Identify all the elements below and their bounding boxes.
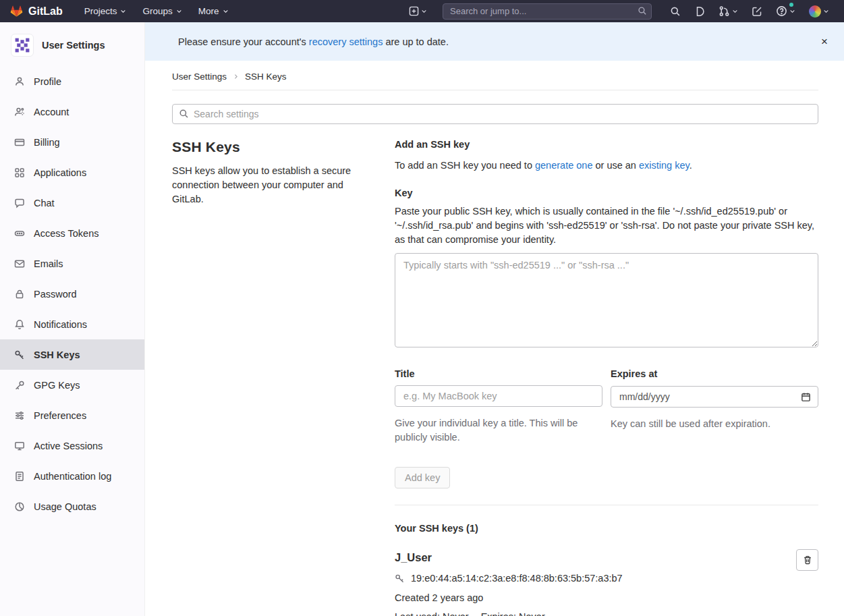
- add-ssh-key-heading: Add an SSH key: [395, 139, 818, 150]
- alert-close-button[interactable]: ×: [816, 32, 833, 51]
- tanuki-icon: [9, 4, 24, 18]
- delete-key-button[interactable]: [796, 549, 818, 571]
- chevron-down-icon: [732, 8, 738, 14]
- help-icon: [776, 5, 787, 17]
- key-last-used: Last used: Never: [395, 611, 469, 616]
- primary-nav: Projects Groups More: [78, 0, 235, 22]
- user-settings-avatar: [11, 34, 34, 57]
- key-created: Created 2 years ago: [395, 592, 778, 603]
- add-key-button[interactable]: Add key: [395, 467, 450, 488]
- user-avatar: [809, 5, 821, 18]
- monitor-icon: [14, 441, 25, 451]
- settings-sidebar: User Settings Profile Account Billing Ap…: [0, 22, 145, 616]
- sidebar-item-profile[interactable]: Profile: [0, 66, 144, 96]
- nav-projects[interactable]: Projects: [78, 0, 134, 22]
- new-menu-button[interactable]: [404, 0, 432, 22]
- grid-icon: [14, 167, 25, 178]
- expires-help-text: Key can still be used after expiration.: [611, 417, 818, 431]
- sidebar-item-emails[interactable]: Emails: [0, 248, 144, 279]
- section-divider: [395, 505, 818, 505]
- sidebar-item-notifications[interactable]: Notifications: [0, 309, 144, 339]
- breadcrumb-user-settings[interactable]: User Settings: [172, 72, 227, 82]
- key-help-text: Paste your public SSH key, which is usua…: [395, 204, 818, 247]
- sidebar-item-usage-quotas[interactable]: Usage Quotas: [0, 491, 144, 522]
- envelope-icon: [14, 258, 25, 269]
- todos-button[interactable]: [747, 0, 767, 22]
- expires-label: Expires at: [611, 368, 818, 379]
- edit-square-icon: [752, 6, 762, 17]
- search-icon: [670, 6, 681, 17]
- pie-chart-icon: [14, 501, 25, 512]
- issues-icon: [694, 6, 705, 17]
- global-search-input[interactable]: [443, 3, 652, 20]
- sidebar-item-gpg-keys[interactable]: GPG Keys: [0, 370, 144, 400]
- date-placeholder: mm/dd/yyyy: [619, 391, 670, 402]
- log-icon: [14, 471, 25, 482]
- page-title: SSH Keys: [172, 139, 361, 155]
- sidebar-item-access-tokens[interactable]: Access Tokens: [0, 218, 144, 248]
- title-label: Title: [395, 368, 602, 379]
- sidebar-item-password[interactable]: Password: [0, 279, 144, 309]
- bell-icon: [14, 319, 25, 330]
- top-navbar: GitLab Projects Groups More: [0, 0, 844, 22]
- gitlab-logo[interactable]: GitLab: [9, 4, 63, 18]
- merge-requests-button[interactable]: [714, 0, 743, 22]
- chevron-down-icon: [176, 8, 182, 14]
- sliders-icon: [14, 410, 25, 421]
- calendar-icon[interactable]: [801, 392, 811, 402]
- nav-groups[interactable]: Groups: [136, 0, 188, 22]
- sidebar-title: User Settings: [42, 40, 105, 51]
- search-icon: [638, 6, 647, 16]
- sidebar-item-active-sessions[interactable]: Active Sessions: [0, 430, 144, 461]
- key-label: Key: [395, 188, 818, 198]
- plus-square-icon: [409, 6, 419, 16]
- account-icon: [14, 107, 25, 117]
- chevron-down-icon: [421, 8, 427, 14]
- token-pill-icon: [14, 228, 25, 239]
- issues-button[interactable]: [690, 0, 710, 22]
- ssh-key-textarea[interactable]: [395, 253, 818, 347]
- recovery-settings-link[interactable]: recovery settings: [309, 36, 383, 47]
- key-expires: Expires: Never: [481, 611, 545, 616]
- user-menu-button[interactable]: [804, 0, 834, 22]
- sidebar-item-authentication-log[interactable]: Authentication log: [0, 461, 144, 491]
- chevron-right-icon: [233, 74, 239, 80]
- ssh-key-list-item: J_User 19:e0:44:a5:14:c2:3a:e8:f8:48:8b:…: [395, 551, 818, 616]
- your-ssh-keys-heading: Your SSH keys (1): [395, 523, 818, 534]
- lock-icon: [14, 289, 25, 300]
- key-item-title: J_User: [395, 551, 778, 564]
- settings-search-input[interactable]: [172, 104, 818, 124]
- breadcrumb-ssh-keys: SSH Keys: [245, 72, 287, 82]
- help-menu-button[interactable]: [771, 0, 800, 22]
- nav-more[interactable]: More: [192, 0, 235, 22]
- sidebar-item-billing[interactable]: Billing: [0, 127, 144, 157]
- add-key-intro: To add an SSH key you need to generate o…: [395, 159, 818, 173]
- search-icon: [179, 109, 189, 119]
- sidebar-item-account[interactable]: Account: [0, 96, 144, 127]
- key-title-input[interactable]: [395, 385, 602, 407]
- notification-dot: [789, 3, 793, 7]
- generate-one-link[interactable]: generate one: [535, 160, 592, 171]
- sidebar-item-ssh-keys[interactable]: SSH Keys: [0, 339, 144, 370]
- section-description: SSH keys allow you to establish a secure…: [172, 164, 361, 206]
- expires-at-date-input[interactable]: mm/dd/yyyy: [611, 386, 818, 408]
- trash-icon: [803, 555, 812, 565]
- chat-bubble-icon: [14, 198, 25, 208]
- alert-text: Please ensure your account's: [178, 36, 309, 47]
- credit-card-icon: [14, 137, 25, 148]
- sidebar-item-applications[interactable]: Applications: [0, 157, 144, 188]
- key-fingerprint: 19:e0:44:a5:14:c2:3a:e8:f8:48:8b:63:5b:5…: [411, 573, 623, 584]
- key-icon: [14, 380, 25, 391]
- breadcrumb: User Settings SSH Keys: [172, 61, 818, 90]
- chevron-down-icon: [120, 8, 126, 14]
- sidebar-item-preferences[interactable]: Preferences: [0, 400, 144, 430]
- key-icon: [395, 573, 405, 584]
- recovery-settings-alert: Please ensure your account's recovery se…: [145, 22, 844, 61]
- chevron-down-icon: [823, 8, 829, 14]
- existing-key-link[interactable]: existing key: [639, 160, 690, 171]
- chevron-down-icon: [789, 8, 795, 14]
- sidebar-item-chat[interactable]: Chat: [0, 188, 144, 218]
- key-icon: [14, 349, 25, 360]
- title-help-text: Give your individual key a title. This w…: [395, 416, 602, 445]
- search-button[interactable]: [665, 0, 685, 22]
